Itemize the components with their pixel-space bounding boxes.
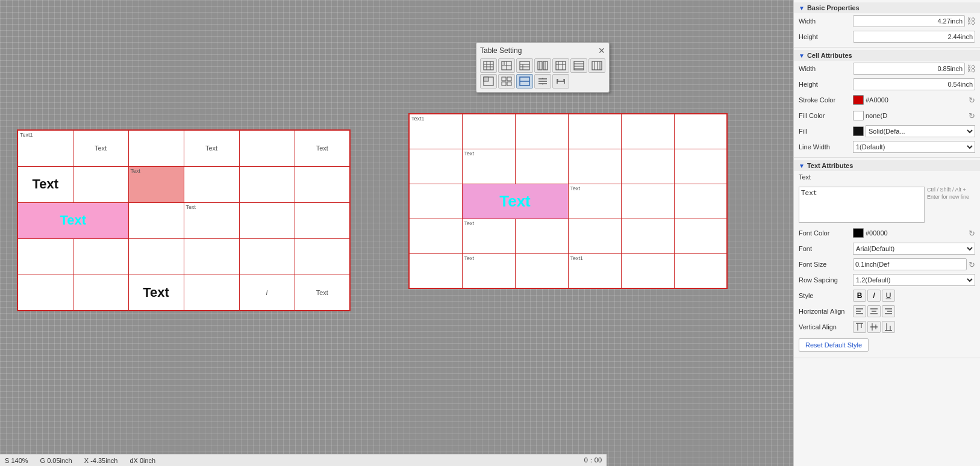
- right-cell-4-2[interactable]: [515, 253, 568, 288]
- right-cell-1-4[interactable]: [621, 149, 674, 184]
- right-cell-1-1[interactable]: Text: [462, 149, 515, 184]
- ts-icon-11[interactable]: [534, 74, 551, 89]
- left-cell-0-4[interactable]: [239, 130, 295, 166]
- left-cell-3-5[interactable]: [295, 238, 350, 275]
- right-cell-1-5[interactable]: [674, 149, 727, 184]
- ts-icon-9[interactable]: [498, 74, 515, 89]
- h-align-left-button[interactable]: [853, 305, 866, 317]
- right-cell-3-4[interactable]: [621, 219, 674, 253]
- ts-icon-6[interactable]: [570, 58, 587, 73]
- right-cell-1-0[interactable]: [409, 149, 462, 184]
- right-cell-0-0[interactable]: Text1: [409, 114, 462, 149]
- right-cell-2-1[interactable]: Text: [462, 184, 568, 219]
- left-cell-0-1[interactable]: Text: [73, 130, 128, 166]
- left-cell-3-4[interactable]: [239, 238, 295, 275]
- left-cell-4-2[interactable]: Text: [128, 275, 184, 311]
- italic-button[interactable]: I: [867, 290, 881, 302]
- ts-icon-8[interactable]: [480, 74, 497, 89]
- line-width-dropdown[interactable]: 1(Default): [853, 141, 975, 153]
- ts-icon-4[interactable]: [534, 58, 551, 73]
- v-align-middle-button[interactable]: [867, 321, 881, 333]
- text-edit-area[interactable]: Text: [799, 187, 925, 223]
- h-align-right-button[interactable]: [882, 305, 895, 317]
- h-align-center-button[interactable]: [867, 305, 881, 317]
- font-color-refresh[interactable]: ↻: [969, 229, 975, 238]
- basic-properties-header[interactable]: ▼ Basic Properties: [794, 2, 980, 13]
- right-cell-0-1[interactable]: [462, 114, 515, 149]
- left-cell-2-0[interactable]: Text: [17, 202, 128, 238]
- right-cell-3-0[interactable]: [409, 219, 462, 253]
- right-cell-2-4[interactable]: [621, 184, 674, 219]
- left-cell-4-4[interactable]: I: [239, 275, 295, 311]
- right-cell-0-2[interactable]: [515, 114, 568, 149]
- right-cell-0-5[interactable]: [674, 114, 727, 149]
- reset-default-style-button[interactable]: Reset Default Style: [799, 338, 869, 352]
- right-cell-1-3[interactable]: [568, 149, 621, 184]
- ts-icon-10[interactable]: [516, 74, 533, 89]
- ts-icon-3[interactable]: [516, 58, 533, 73]
- cell-width-input[interactable]: [853, 63, 965, 75]
- right-cell-3-2[interactable]: [515, 219, 568, 253]
- cell-attributes-header[interactable]: ▼ Cell Attributes: [794, 50, 980, 61]
- left-cell-4-5[interactable]: Text: [295, 275, 350, 311]
- font-size-input[interactable]: [853, 258, 967, 270]
- right-cell-4-5[interactable]: [674, 253, 727, 288]
- right-cell-2-3[interactable]: Text: [568, 184, 621, 219]
- v-align-bottom-button[interactable]: [882, 321, 895, 333]
- ts-icon-5[interactable]: [552, 58, 569, 73]
- left-cell-1-1[interactable]: [73, 166, 128, 202]
- left-cell-1-3[interactable]: [184, 166, 239, 202]
- left-cell-0-0[interactable]: Text1: [17, 130, 73, 166]
- left-cell-2-2[interactable]: [128, 202, 184, 238]
- link-icon-basic[interactable]: ⛓: [967, 16, 975, 26]
- left-cell-1-4[interactable]: [239, 166, 295, 202]
- fill-color-refresh[interactable]: ↻: [969, 111, 975, 120]
- cell-height-input[interactable]: [853, 78, 975, 90]
- row-spacing-dropdown[interactable]: 1.2(Default): [853, 274, 975, 286]
- left-cell-3-2[interactable]: [128, 238, 184, 275]
- left-cell-1-0[interactable]: Text: [17, 166, 73, 202]
- right-cell-3-1[interactable]: Text: [462, 219, 515, 253]
- right-cell-0-3[interactable]: [568, 114, 621, 149]
- basic-height-input[interactable]: [853, 31, 975, 43]
- basic-width-input[interactable]: [853, 15, 965, 27]
- left-cell-3-0[interactable]: [17, 238, 73, 275]
- left-cell-1-2[interactable]: Text: [128, 166, 184, 202]
- table-setting-title-bar[interactable]: Table Setting ✕: [480, 46, 605, 55]
- left-cell-0-3[interactable]: Text: [184, 130, 239, 166]
- left-cell-0-5[interactable]: Text: [295, 130, 350, 166]
- right-cell-4-1[interactable]: Text: [462, 253, 515, 288]
- ts-icon-2[interactable]: [498, 58, 515, 73]
- left-cell-3-3[interactable]: [184, 238, 239, 275]
- link-icon-cell[interactable]: ⛓: [967, 64, 975, 73]
- underline-button[interactable]: U: [882, 290, 895, 302]
- font-color-swatch[interactable]: [853, 228, 864, 238]
- fill-color-swatch[interactable]: [853, 111, 864, 120]
- left-cell-4-0[interactable]: [17, 275, 73, 311]
- stroke-color-refresh[interactable]: ↻: [969, 96, 975, 105]
- right-cell-4-0[interactable]: [409, 253, 462, 288]
- right-cell-3-5[interactable]: [674, 219, 727, 253]
- left-cell-3-1[interactable]: [73, 238, 128, 275]
- left-cell-0-2[interactable]: [128, 130, 184, 166]
- fill-dropdown[interactable]: Solid(Defa...: [866, 125, 975, 137]
- text-attributes-header[interactable]: ▼ Text Attributes: [794, 160, 980, 171]
- ts-icon-1[interactable]: [480, 58, 497, 73]
- v-align-top-button[interactable]: [853, 321, 866, 333]
- font-dropdown[interactable]: Arial(Default): [853, 243, 975, 255]
- bold-button[interactable]: B: [853, 290, 866, 302]
- right-cell-1-2[interactable]: [515, 149, 568, 184]
- ts-icon-7[interactable]: [588, 58, 605, 73]
- left-cell-2-5[interactable]: [295, 202, 350, 238]
- font-size-refresh[interactable]: ↻: [969, 260, 975, 269]
- left-cell-4-3[interactable]: [184, 275, 239, 311]
- right-cell-2-0[interactable]: [409, 184, 462, 219]
- left-cell-2-4[interactable]: [239, 202, 295, 238]
- left-cell-1-5[interactable]: [295, 166, 350, 202]
- right-cell-0-4[interactable]: [621, 114, 674, 149]
- left-cell-4-1[interactable]: [73, 275, 128, 311]
- stroke-color-swatch[interactable]: [853, 95, 864, 105]
- right-cell-4-3[interactable]: Text1: [568, 253, 621, 288]
- right-cell-2-5[interactable]: [674, 184, 727, 219]
- right-cell-4-4[interactable]: [621, 253, 674, 288]
